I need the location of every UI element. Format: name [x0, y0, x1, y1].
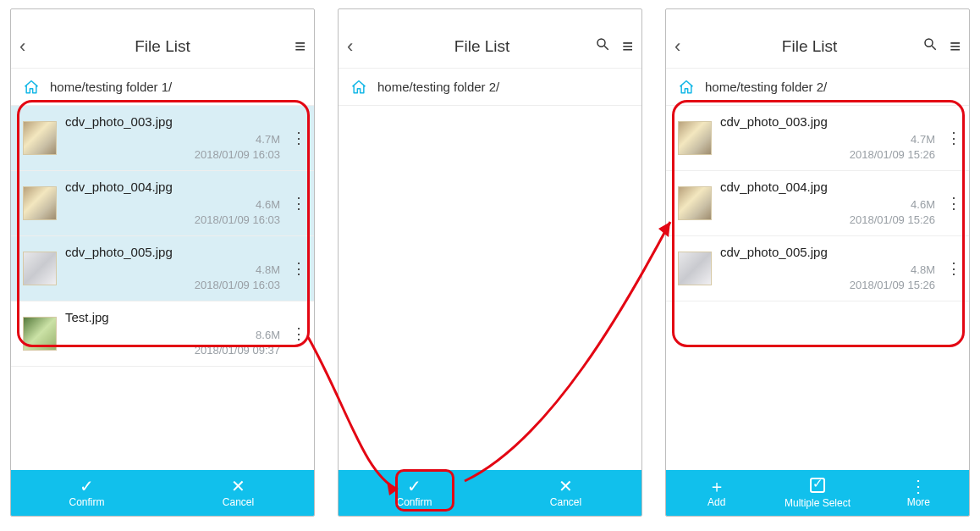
file-thumbnail	[23, 252, 57, 285]
bottom-bar: ✓Confirm✕Cancel	[339, 470, 641, 516]
file-row[interactable]: cdv_photo_003.jpg4.7M2018/01/09 16:03⋮	[11, 106, 314, 171]
bottom-button-label: Cancel	[550, 496, 581, 508]
file-thumbnail	[23, 317, 57, 351]
file-info: cdv_photo_003.jpg4.7M2018/01/09 16:03	[65, 114, 280, 162]
topbar: ‹ File List ≡	[339, 25, 641, 69]
home-icon	[23, 79, 40, 96]
bottom-button-label: Add	[707, 496, 725, 508]
bottom-button[interactable]: ✓Confirm	[11, 470, 162, 516]
bottom-button[interactable]: ✓Confirm	[339, 470, 490, 516]
breadcrumb-path: home/testing folder 2/	[705, 80, 827, 94]
file-thumbnail	[23, 121, 57, 155]
file-row[interactable]: Test.jpg8.6M2018/01/09 09:37⋮	[11, 301, 314, 367]
bottom-bar: ✓Confirm✕Cancel	[11, 470, 314, 516]
bottom-button[interactable]: ⋮More	[868, 470, 969, 516]
menu-icon[interactable]: ≡	[622, 41, 633, 53]
breadcrumb-path: home/testing folder 2/	[377, 80, 499, 94]
bottom-button[interactable]: ✕Cancel	[162, 470, 314, 516]
topbar: ‹ File List ≡	[11, 25, 314, 69]
file-thumbnail	[23, 186, 57, 220]
svg-line-1	[604, 46, 608, 50]
file-name: Test.jpg	[65, 310, 280, 324]
menu-icon[interactable]: ≡	[295, 41, 306, 53]
more-icon[interactable]: ⋮	[944, 194, 964, 213]
file-size: 4.7M	[911, 132, 935, 147]
file-thumbnail	[678, 121, 712, 155]
file-meta: 4.7M2018/01/09 16:03	[65, 132, 280, 162]
breadcrumb-path: home/testing folder 1/	[50, 80, 172, 94]
file-meta: 8.6M2018/01/09 09:37	[65, 328, 280, 357]
file-size: 4.6M	[911, 197, 935, 213]
multiple-select-icon	[810, 478, 825, 495]
topbar: ‹ File List ≡	[666, 25, 969, 69]
more-icon[interactable]: ⋮	[289, 259, 309, 278]
file-row[interactable]: cdv_photo_005.jpg4.8M2018/01/09 15:26⋮	[666, 236, 969, 301]
file-meta: 4.6M2018/01/09 15:26	[720, 197, 935, 227]
file-size: 4.7M	[256, 132, 280, 147]
bottom-bar: ＋AddMultiple Select⋮More	[666, 470, 969, 516]
more-icon: ⋮	[910, 478, 927, 495]
back-button[interactable]: ‹	[19, 36, 41, 58]
file-size: 4.8M	[911, 263, 935, 278]
bottom-button-label: More	[907, 496, 930, 508]
file-date: 2018/01/09 15:26	[850, 147, 935, 163]
file-meta: 4.6M2018/01/09 16:03	[65, 197, 280, 227]
file-info: cdv_photo_003.jpg4.7M2018/01/09 15:26	[720, 114, 935, 162]
file-row[interactable]: cdv_photo_005.jpg4.8M2018/01/09 16:03⋮	[11, 236, 314, 301]
search-icon[interactable]	[595, 36, 610, 56]
file-size: 8.6M	[256, 328, 280, 343]
bottom-button[interactable]: ✕Cancel	[490, 470, 641, 516]
home-icon	[350, 79, 367, 96]
bottom-button-label: Confirm	[69, 496, 104, 508]
bottom-button-label: Multiple Select	[785, 497, 851, 509]
svg-point-0	[597, 39, 605, 47]
file-list	[339, 106, 641, 470]
more-icon[interactable]: ⋮	[944, 259, 964, 278]
more-icon[interactable]: ⋮	[289, 129, 309, 147]
back-button[interactable]: ‹	[674, 36, 696, 58]
more-icon[interactable]: ⋮	[289, 194, 309, 213]
confirm-icon: ✓	[407, 478, 421, 495]
screen-3: ‹ File List ≡ home/testing folder 2/ cdv…	[665, 8, 970, 517]
bottom-button[interactable]: ＋Add	[666, 470, 767, 516]
search-icon[interactable]	[922, 36, 938, 56]
bottom-button[interactable]: Multiple Select	[767, 470, 867, 516]
file-name: cdv_photo_004.jpg	[720, 180, 935, 194]
file-info: cdv_photo_004.jpg4.6M2018/01/09 16:03	[65, 180, 280, 227]
breadcrumb[interactable]: home/testing folder 2/	[666, 69, 969, 106]
file-info: cdv_photo_005.jpg4.8M2018/01/09 16:03	[65, 245, 280, 292]
file-name: cdv_photo_005.jpg	[720, 245, 935, 259]
breadcrumb[interactable]: home/testing folder 1/	[11, 69, 314, 106]
file-meta: 4.8M2018/01/09 15:26	[720, 263, 935, 292]
file-name: cdv_photo_005.jpg	[65, 245, 280, 259]
file-meta: 4.7M2018/01/09 15:26	[720, 132, 935, 162]
file-date: 2018/01/09 16:03	[195, 278, 280, 293]
bottom-button-label: Cancel	[223, 496, 254, 508]
more-icon[interactable]: ⋮	[289, 324, 309, 343]
file-meta: 4.8M2018/01/09 16:03	[65, 263, 280, 292]
file-name: cdv_photo_003.jpg	[720, 114, 935, 129]
bottom-button-label: Confirm	[396, 496, 432, 508]
file-name: cdv_photo_003.jpg	[65, 114, 280, 129]
file-date: 2018/01/09 16:03	[195, 213, 280, 228]
file-row[interactable]: cdv_photo_004.jpg4.6M2018/01/09 15:26⋮	[666, 171, 969, 236]
file-list: cdv_photo_003.jpg4.7M2018/01/09 16:03⋮cd…	[11, 106, 314, 470]
file-row[interactable]: cdv_photo_004.jpg4.6M2018/01/09 16:03⋮	[11, 171, 314, 236]
breadcrumb[interactable]: home/testing folder 2/	[339, 69, 641, 106]
file-name: cdv_photo_004.jpg	[65, 180, 280, 194]
file-date: 2018/01/09 09:37	[195, 343, 280, 358]
more-icon[interactable]: ⋮	[944, 129, 964, 147]
file-size: 4.6M	[256, 197, 280, 213]
menu-icon[interactable]: ≡	[950, 41, 961, 53]
page-title: File List	[696, 37, 922, 56]
cancel-icon: ✕	[231, 478, 245, 495]
cancel-icon: ✕	[559, 478, 573, 495]
page-title: File List	[369, 37, 595, 56]
page-title: File List	[41, 37, 284, 56]
back-button[interactable]: ‹	[347, 36, 369, 58]
file-info: cdv_photo_005.jpg4.8M2018/01/09 15:26	[720, 245, 935, 292]
file-size: 4.8M	[256, 263, 280, 278]
confirm-icon: ✓	[80, 478, 94, 495]
file-row[interactable]: cdv_photo_003.jpg4.7M2018/01/09 15:26⋮	[666, 106, 969, 171]
home-icon	[678, 79, 695, 96]
